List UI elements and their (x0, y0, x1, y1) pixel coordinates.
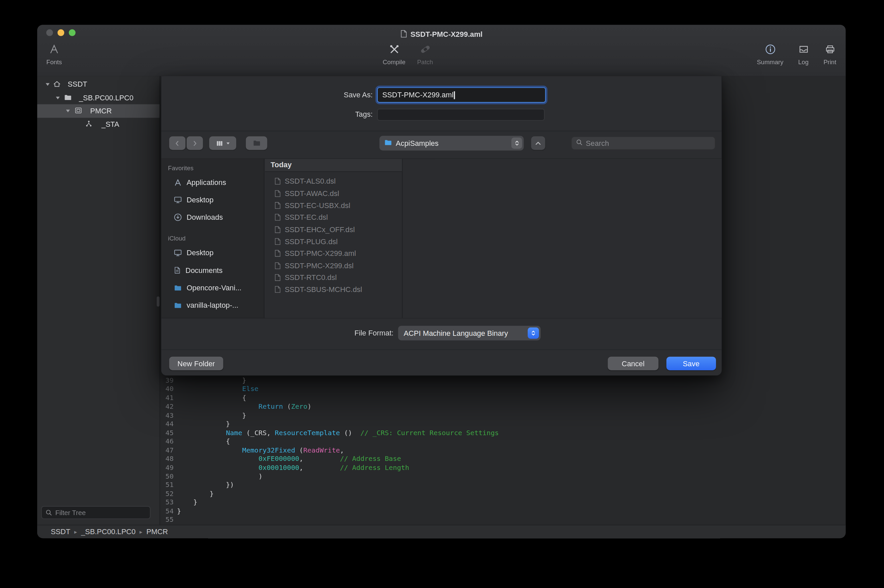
line-number: 52 (160, 490, 174, 498)
code-line[interactable]: 52 } (160, 490, 846, 498)
code-line[interactable]: 51 }) (160, 481, 846, 490)
sidebar-item-label: Desktop (187, 249, 213, 257)
code-line[interactable]: 53 } (160, 498, 846, 507)
sidebar-splitter-handle[interactable] (157, 296, 159, 306)
save-as-input[interactable]: SSDT-PMC-X299.aml (377, 87, 546, 102)
traffic-lights (46, 29, 76, 36)
sidebar-item-desktop[interactable]: Desktop (161, 244, 264, 261)
zoom-button[interactable] (69, 29, 76, 36)
disclosure-triangle-icon[interactable] (45, 82, 50, 87)
file-row[interactable]: SSDT-RTC0.dsl (265, 272, 402, 284)
document-file-icon (275, 274, 281, 281)
file-row[interactable]: SSDT-AWAC.dsl (265, 187, 402, 200)
tags-input[interactable] (377, 109, 544, 120)
tree-item-ssdt[interactable]: SSDT (37, 78, 160, 91)
filter-tree-input[interactable]: Filter Tree (41, 506, 150, 519)
tree-item-pmcr[interactable]: PMCR (37, 104, 160, 118)
close-button[interactable] (46, 29, 53, 36)
sidebar-item-applications[interactable]: Applications (161, 174, 264, 191)
code-text: ) (174, 472, 263, 481)
print-label: Print (824, 58, 836, 65)
view-options-button[interactable] (209, 136, 236, 150)
line-number: 49 (160, 464, 174, 472)
log-icon (798, 42, 809, 57)
file-format-popup[interactable]: ACPI Machine Language Binary (398, 326, 541, 340)
search-input[interactable]: Search (571, 136, 715, 150)
line-number: 47 (160, 446, 174, 455)
code-line[interactable]: 43 } (160, 411, 846, 420)
line-number: 39 (160, 376, 174, 385)
parent-folder-button[interactable] (531, 136, 545, 150)
new-folder-button[interactable]: New Folder (169, 357, 223, 370)
summary-button[interactable]: Summary (752, 42, 788, 66)
updown-chevrons-icon (528, 327, 539, 339)
code-text: { (174, 394, 246, 403)
code-line[interactable]: 41 { (160, 394, 846, 403)
files-pane: Today SSDT-ALS0.dslSSDT-AWAC.dslSSDT-EC-… (265, 159, 402, 318)
patch-button[interactable]: Patch (407, 42, 443, 66)
code-text: 0xFE000000, // Address Base (174, 455, 401, 464)
compile-button[interactable]: Compile (376, 42, 412, 66)
code-line[interactable]: 40 Else (160, 385, 846, 394)
file-row[interactable]: SSDT-EHCx_OFF.dsl (265, 224, 402, 236)
fonts-label: Fonts (47, 58, 62, 65)
code-line[interactable]: 46 { (160, 438, 846, 446)
window-chrome: SSDT-PMC-X299.aml Fonts Compile Patch Su… (37, 25, 845, 76)
save-dialog-sheet: Save As: SSDT-PMC-X299.aml Tags: (161, 76, 722, 376)
sidebar-item-desktop[interactable]: Desktop (161, 191, 264, 208)
print-button[interactable]: Print (812, 42, 845, 66)
search-placeholder: Search (586, 139, 609, 147)
desktop-icon (174, 249, 182, 257)
code-line[interactable]: 48 0xFE000000, // Address Base (160, 455, 846, 464)
file-row[interactable]: SSDT-PMC-X299.aml (265, 248, 402, 260)
breadcrumb-segment: PMCR (146, 528, 168, 536)
downloads-icon (174, 213, 182, 221)
fonts-button[interactable]: Fonts (37, 42, 72, 66)
device-icon (74, 107, 82, 115)
sidebar-item-vanilla-laptop-[interactable]: vanilla-laptop-... (161, 296, 264, 314)
filter-tree-placeholder: Filter Tree (55, 509, 86, 517)
file-row[interactable]: SSDT-EC.dsl (265, 212, 402, 224)
file-row[interactable]: SSDT-PMC-X299.dsl (265, 260, 402, 272)
code-line[interactable]: 45 Name (_CRS, ResourceTemplate () // _C… (160, 429, 846, 438)
code-line[interactable]: 54} (160, 507, 846, 516)
sidebar-item-documents[interactable]: Documents (161, 261, 264, 279)
tree-item--sta[interactable]: _STA (37, 118, 160, 131)
location-value: AcpiSamples (396, 139, 508, 147)
file-row[interactable]: SSDT-SBUS-MCHC.dsl (265, 284, 402, 296)
code-line[interactable]: 39 } (160, 376, 846, 385)
breadcrumb-segment: SSDT (51, 528, 70, 536)
folder-icon (252, 139, 261, 147)
back-button[interactable] (169, 136, 185, 150)
disclosure-triangle-icon[interactable] (65, 108, 70, 113)
file-row[interactable]: SSDT-ALS0.dsl (265, 175, 402, 187)
sidebar-item-opencore-vani-[interactable]: Opencore-Vani... (161, 279, 264, 296)
code-line[interactable]: 44 } (160, 420, 846, 429)
code-line[interactable]: 49 0x00010000, // Address Length (160, 464, 846, 472)
cancel-button[interactable]: Cancel (608, 357, 659, 370)
save-button[interactable]: Save (666, 357, 716, 370)
method-icon (85, 120, 92, 128)
code-text: } (174, 420, 230, 429)
disclosure-triangle-icon[interactable] (55, 95, 60, 100)
sheet-divider (161, 131, 722, 132)
code-line[interactable]: 42 Return (Zero) (160, 403, 846, 411)
minimize-button[interactable] (57, 29, 64, 36)
code-line[interactable]: 50 ) (160, 472, 846, 481)
code-line[interactable]: 47 Memory32Fixed (ReadWrite, (160, 446, 846, 455)
folder-toolbar-button[interactable] (246, 136, 267, 150)
tree-item--sb-pc00-lpc0[interactable]: _SB.PC00.LPC0 (37, 91, 160, 104)
code-line[interactable]: 55 (160, 516, 846, 525)
tree-item-label: PMCR (90, 107, 112, 116)
document-file-icon (275, 238, 281, 245)
location-popup[interactable]: AcpiSamples (380, 136, 524, 150)
forward-button[interactable] (187, 136, 203, 150)
info-icon (765, 42, 776, 57)
folder-icon (174, 302, 182, 309)
tree-item-label: _SB.PC00.LPC0 (79, 93, 134, 102)
file-row[interactable]: SSDT-PLUG.dsl (265, 236, 402, 248)
file-row[interactable]: SSDT-EC-USBX.dsl (265, 200, 402, 212)
sidebar-item-downloads[interactable]: Downloads (161, 208, 264, 226)
code-lines: 39 }40 Else41 {42 Return (Zero)43 }44 }4… (160, 376, 846, 525)
code-text: } (174, 507, 181, 516)
